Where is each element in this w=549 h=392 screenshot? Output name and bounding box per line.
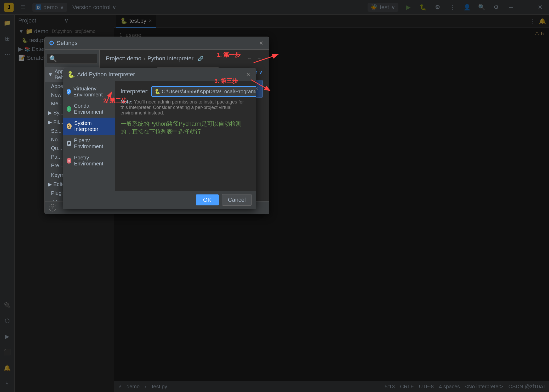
settings-search-box[interactable]: 🔍 <box>47 54 97 64</box>
type-pipenv[interactable]: P Pipenv Environment <box>63 135 115 152</box>
interpreter-path-row: Interpreter: 🐍 C:\Users\46550\AppData\Lo… <box>121 86 251 97</box>
chevron-right-icon: ▶ <box>48 109 52 116</box>
add-interp-close-button[interactable]: ✕ <box>244 71 252 78</box>
breadcrumb-separator: › <box>144 55 145 62</box>
chevron-right-icon: ▶ <box>48 181 52 187</box>
settings-breadcrumb: Project: demo › Python Interpreter 🔗 ← → <box>106 55 263 62</box>
add-interp-title: Add Python Interpreter <box>77 71 244 78</box>
chevron-right-icon: ▶ <box>48 119 52 125</box>
breadcrumb-nav: ← → <box>246 55 263 62</box>
interpreter-note-text: You'll need admin permissions to install… <box>121 99 244 116</box>
system-label: System Interpreter <box>74 120 111 132</box>
nav-back-button[interactable]: ← <box>246 55 253 62</box>
settings-search-input[interactable] <box>59 56 95 62</box>
add-interpreter-dialog: 🐍 Add Python Interpreter ✕ V Virtualenv … <box>63 68 256 209</box>
conda-label: Conda Environment <box>74 103 111 115</box>
interpreter-path-label: Interpreter: <box>121 88 149 95</box>
py-file-icon: 🐍 <box>155 89 160 94</box>
chevron-right-icon: ▶ <box>48 199 52 201</box>
settings-close-button[interactable]: ✕ <box>258 39 265 47</box>
type-conda[interactable]: C Conda Environment <box>63 100 115 118</box>
link-icon[interactable]: 🔗 <box>198 56 203 61</box>
type-virtualenv[interactable]: V Virtualenv Environment <box>63 83 115 100</box>
add-interpreter-titlebar: 🐍 Add Python Interpreter ✕ <box>63 68 256 81</box>
breadcrumb-child: Python Interpreter <box>147 55 193 62</box>
type-poetry[interactable]: ♦ Poetry Environment <box>63 152 115 169</box>
poetry-label: Poetry Environment <box>74 155 111 167</box>
search-icon: 🔍 <box>49 55 57 62</box>
nav-forward-button[interactable]: → <box>255 55 263 62</box>
interpreter-config-panel: Interpreter: 🐍 C:\Users\46550\AppData\Lo… <box>115 81 256 191</box>
interpreter-path-value: C:\Users\46550\AppData\Local\Programs\Py… <box>162 89 256 95</box>
breadcrumb-root: Project: demo <box>106 55 141 62</box>
add-interpreter-body: V Virtualenv Environment C Conda Environ… <box>63 81 256 191</box>
ok-button[interactable]: OK <box>196 194 219 205</box>
pipenv-label: Pipenv Environment <box>74 137 111 149</box>
interpreter-note: Note: You'll need admin permissions to i… <box>121 99 251 116</box>
sys-label: Sy... <box>53 110 64 116</box>
interpreter-hint: 一般系统的Python路径Pycharm是可以自动检测的，直接在下拉列表中选择就… <box>121 120 251 136</box>
add-interp-icon: 🐍 <box>67 71 75 78</box>
add-interpreter-footer: OK Cancel <box>63 191 256 209</box>
settings-titlebar: ⚙ Settings ✕ <box>45 37 269 50</box>
settings-dialog-title: Settings <box>57 40 258 47</box>
type-system[interactable]: S System Interpreter <box>63 118 115 135</box>
chevron-down-icon: ▼ <box>48 72 53 78</box>
file-label: Fil... <box>53 119 63 125</box>
interpreter-path-input[interactable]: 🐍 C:\Users\46550\AppData\Local\Programs\… <box>151 86 256 97</box>
virtualenv-icon: V <box>67 89 71 95</box>
poetry-icon: ♦ <box>67 158 71 164</box>
settings-dialog-icon: ⚙ <box>49 39 55 47</box>
system-icon: S <box>67 123 72 129</box>
virtualenv-label: Virtualenv Environment <box>73 86 112 98</box>
cancel-button[interactable]: Cancel <box>222 194 252 206</box>
interpreter-type-list: V Virtualenv Environment C Conda Environ… <box>63 81 115 191</box>
help-button[interactable]: ? <box>49 204 56 211</box>
conda-icon: C <box>67 106 71 112</box>
pipenv-icon: P <box>67 141 71 146</box>
